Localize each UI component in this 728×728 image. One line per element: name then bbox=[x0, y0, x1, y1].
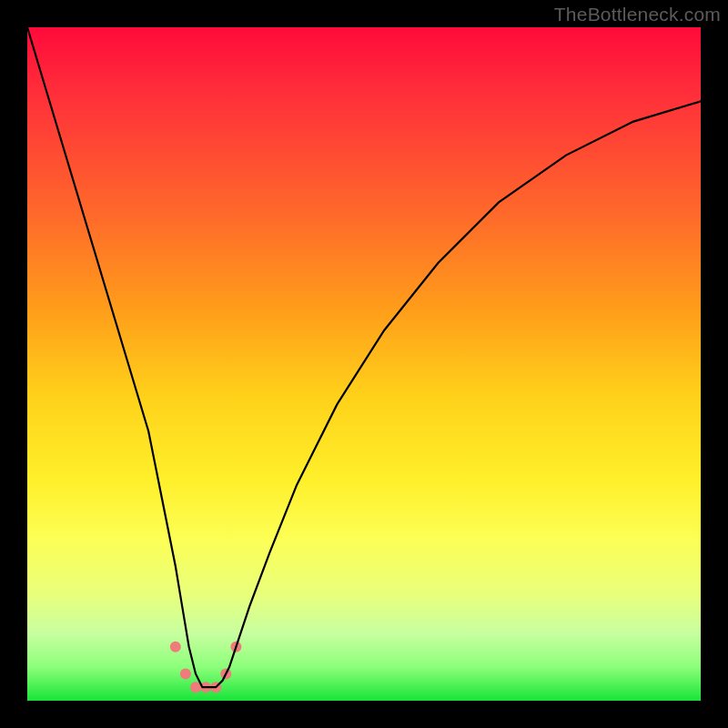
markers-group bbox=[170, 642, 242, 693]
bottleneck-curve-path bbox=[27, 27, 701, 687]
plot-area bbox=[27, 27, 701, 701]
chart-svg bbox=[27, 27, 701, 701]
chart-frame: TheBottleneck.com bbox=[0, 0, 728, 728]
watermark-text: TheBottleneck.com bbox=[554, 4, 721, 25]
marker-point bbox=[170, 642, 181, 652]
marker-point bbox=[180, 668, 191, 679]
